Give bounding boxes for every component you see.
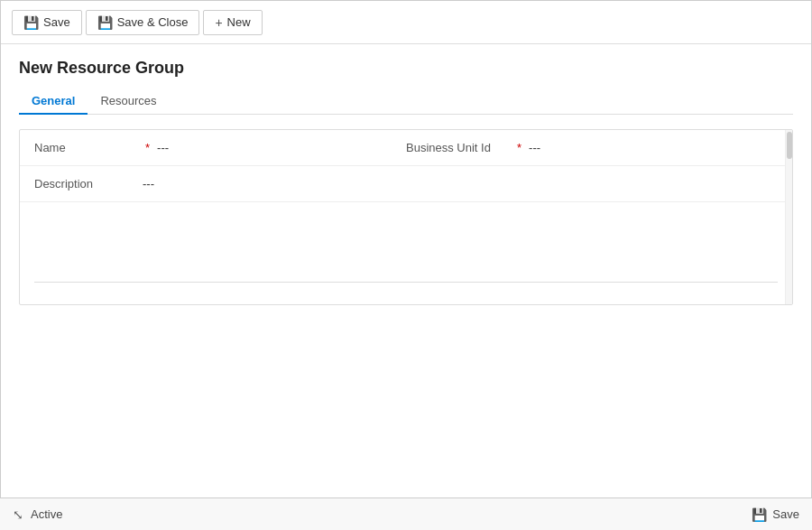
save-label: Save [43, 15, 70, 29]
field-group-description: Description --- [34, 177, 778, 191]
description-value[interactable]: --- [143, 177, 154, 191]
name-value[interactable]: --- [157, 141, 169, 154]
form-row-name: Name * --- Business Unit Id * --- [20, 130, 792, 166]
business-unit-required: * [517, 141, 521, 154]
field-group-name: Name * --- [34, 141, 406, 154]
status-badge: Active [31, 507, 62, 521]
statusbar-save-icon: 💾 [752, 507, 767, 522]
tab-general[interactable]: General [19, 88, 88, 115]
expand-icon[interactable]: ⤡ [13, 507, 23, 522]
tab-resources[interactable]: Resources [88, 88, 169, 115]
form-section: Name * --- Business Unit Id * --- Descri… [20, 130, 792, 304]
form-spacer [20, 202, 792, 274]
business-unit-label: Business Unit Id [406, 141, 514, 154]
statusbar-right: 💾 Save [752, 507, 799, 522]
form-card: Name * --- Business Unit Id * --- Descri… [19, 129, 793, 305]
new-icon: + [215, 15, 222, 30]
name-label: Name [34, 141, 143, 154]
save-button[interactable]: 💾 Save [12, 10, 82, 35]
form-scrollbar[interactable] [785, 130, 792, 304]
statusbar-left: ⤡ Active [13, 507, 62, 522]
new-button[interactable]: + New [203, 10, 262, 35]
tabs: General Resources [19, 88, 793, 115]
description-label: Description [34, 177, 143, 191]
save-icon: 💾 [23, 15, 39, 30]
statusbar: ⤡ Active 💾 Save [0, 497, 812, 530]
save-close-button[interactable]: 💾 Save & Close [86, 10, 200, 35]
form-separator [34, 282, 778, 283]
main-content: New Resource Group General Resources Nam… [1, 44, 811, 498]
page-title: New Resource Group [19, 59, 793, 78]
toolbar: 💾 Save 💾 Save & Close + New [1, 1, 811, 44]
save-close-icon: 💾 [97, 15, 113, 30]
statusbar-save-label[interactable]: Save [772, 507, 799, 521]
field-group-business-unit: Business Unit Id * --- [406, 141, 778, 154]
form-row-description: Description --- [20, 166, 792, 202]
form-bottom-spacer [20, 290, 792, 304]
name-required: * [145, 141, 150, 154]
business-unit-value[interactable]: --- [529, 141, 540, 154]
new-label: New [227, 15, 251, 29]
save-close-label: Save & Close [117, 15, 189, 29]
scrollbar-thumb [787, 132, 792, 159]
